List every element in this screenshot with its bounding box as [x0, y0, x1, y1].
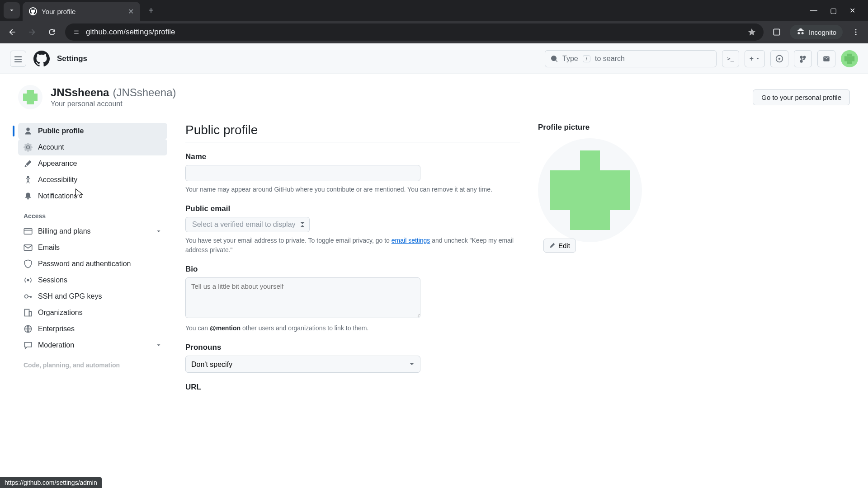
incognito-badge[interactable]: Incognito: [790, 25, 843, 39]
identicon-icon: [21, 88, 39, 106]
browser-chrome: Your profile ✕ + — ▢ ✕ github.com/settin…: [0, 0, 868, 43]
svg-rect-9: [27, 90, 34, 94]
mail-icon: [24, 243, 33, 252]
sidebar-item-public-profile[interactable]: Public profile: [18, 123, 167, 139]
pull-requests-button[interactable]: [794, 50, 812, 67]
user-handle: (JNSsheena): [113, 86, 176, 99]
user-avatar-button[interactable]: [841, 50, 858, 67]
hamburger-icon: [14, 55, 22, 63]
sidebar-label: Enterprises: [38, 325, 75, 333]
github-logo[interactable]: [33, 51, 50, 67]
svg-rect-0: [774, 29, 779, 35]
credit-card-icon: [24, 227, 33, 236]
maximize-button[interactable]: ▢: [830, 6, 837, 15]
tab-search-button[interactable]: [4, 2, 20, 19]
sidebar-section-access: Access: [18, 204, 167, 223]
user-header: JNSsheena (JNSsheena) Your personal acco…: [0, 85, 868, 109]
bookmark-icon[interactable]: [747, 28, 756, 37]
person-icon: [24, 127, 33, 136]
edit-picture-button[interactable]: Edit: [543, 239, 576, 253]
search-placeholder-pre: Type: [562, 55, 578, 63]
browser-tab[interactable]: Your profile ✕: [23, 2, 140, 21]
create-new-button[interactable]: +: [745, 50, 765, 67]
sidebar-label: Password and authentication: [38, 260, 131, 268]
search-input[interactable]: Type / to search: [545, 50, 717, 67]
svg-point-1: [855, 29, 857, 30]
new-tab-button[interactable]: +: [143, 2, 159, 19]
sidebar-label: Emails: [38, 244, 60, 252]
sidebar-item-notifications[interactable]: Notifications: [18, 188, 167, 204]
extensions-button[interactable]: [770, 25, 783, 39]
name-input[interactable]: [185, 165, 420, 181]
search-slash-hint: /: [583, 55, 590, 62]
notifications-button[interactable]: [817, 50, 835, 67]
page-heading: Public profile: [185, 123, 520, 142]
comment-icon: [24, 341, 33, 350]
minimize-button[interactable]: —: [810, 6, 817, 15]
sidebar-item-enterprises[interactable]: Enterprises: [18, 321, 167, 337]
tab-favicon: [29, 7, 37, 15]
sidebar-item-ssh-keys[interactable]: SSH and GPG keys: [18, 288, 167, 305]
profile-picture-label: Profile picture: [538, 123, 678, 132]
svg-point-12: [27, 176, 29, 178]
sidebar-item-organizations[interactable]: Organizations: [18, 305, 167, 321]
back-button[interactable]: [5, 25, 19, 39]
settings-sidebar: Public profile Account Appearance Access…: [18, 123, 167, 402]
sidebar-label: SSH and GPG keys: [38, 292, 102, 300]
email-settings-link[interactable]: email settings: [392, 237, 430, 244]
bio-textarea[interactable]: [185, 277, 420, 318]
site-settings-icon: [72, 28, 80, 36]
svg-point-17: [25, 295, 28, 298]
github-header: Settings Type / to search >_ +: [0, 43, 868, 74]
goto-profile-button[interactable]: Go to your personal profile: [753, 89, 850, 105]
sidebar-label: Public profile: [38, 127, 84, 135]
incognito-icon: [796, 28, 805, 37]
nav-menu-button[interactable]: [10, 51, 26, 67]
svg-point-5: [778, 57, 781, 60]
sidebar-item-billing[interactable]: Billing and plans: [18, 223, 167, 239]
tab-close-button[interactable]: ✕: [128, 7, 134, 16]
sidebar-item-sessions[interactable]: Sessions: [18, 272, 167, 288]
sidebar-item-account[interactable]: Account: [18, 139, 167, 155]
sidebar-item-emails[interactable]: Emails: [18, 239, 167, 256]
incognito-label: Incognito: [809, 28, 836, 36]
sidebar-item-appearance[interactable]: Appearance: [18, 155, 167, 172]
tab-title: Your profile: [42, 8, 123, 15]
organization-icon: [24, 308, 33, 317]
pronouns-select[interactable]: Don't specify: [185, 356, 420, 373]
paintbrush-icon: [24, 159, 33, 168]
url-label: URL: [185, 383, 520, 392]
svg-rect-23: [570, 210, 610, 230]
name-help: Your name may appear around GitHub where…: [185, 185, 520, 194]
shield-lock-icon: [24, 259, 33, 268]
bio-label: Bio: [185, 265, 520, 274]
sidebar-label: Notifications: [38, 192, 77, 200]
pencil-icon: [549, 242, 556, 249]
identicon-icon: [540, 141, 640, 240]
chevron-down-icon: [156, 228, 162, 235]
browser-menu-button[interactable]: [849, 25, 863, 39]
forward-button[interactable]: [25, 25, 39, 39]
sidebar-item-password[interactable]: Password and authentication: [18, 256, 167, 272]
email-select[interactable]: Select a verified email to display: [185, 217, 310, 232]
svg-rect-10: [23, 94, 38, 101]
sidebar-item-accessibility[interactable]: Accessibility: [18, 172, 167, 188]
address-input[interactable]: github.com/settings/profile: [65, 23, 764, 41]
sidebar-item-moderation[interactable]: Moderation: [18, 337, 167, 353]
sidebar-label: Account: [38, 143, 64, 151]
sidebar-label: Appearance: [38, 160, 77, 168]
reload-button[interactable]: [45, 25, 59, 39]
url-text: github.com/settings/profile: [86, 28, 175, 37]
user-subtitle: Your personal account: [51, 100, 176, 108]
tab-bar: Your profile ✕ + — ▢ ✕: [0, 0, 868, 21]
command-palette-button[interactable]: >_: [722, 50, 739, 67]
sidebar-label: Organizations: [38, 309, 83, 317]
sidebar-label: Moderation: [38, 341, 74, 349]
svg-rect-7: [844, 56, 854, 61]
svg-rect-6: [847, 53, 852, 56]
issues-button[interactable]: [770, 50, 788, 67]
close-window-button[interactable]: ✕: [849, 6, 855, 15]
svg-rect-21: [580, 150, 600, 170]
svg-point-3: [855, 34, 857, 35]
svg-rect-8: [847, 61, 852, 64]
